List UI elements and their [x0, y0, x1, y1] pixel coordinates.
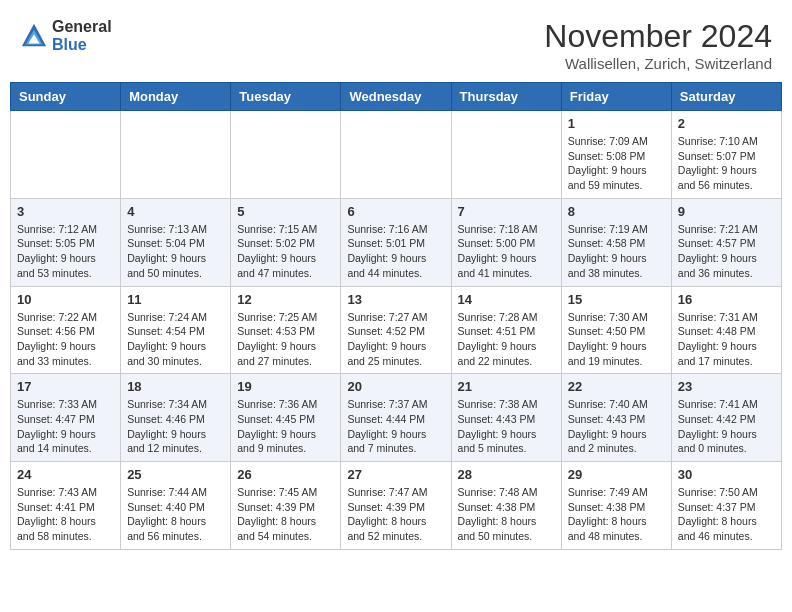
- calendar-table: SundayMondayTuesdayWednesdayThursdayFrid…: [10, 82, 782, 550]
- calendar-week-row: 3Sunrise: 7:12 AM Sunset: 5:05 PM Daylig…: [11, 198, 782, 286]
- day-number: 17: [17, 379, 114, 394]
- calendar-cell: 28Sunrise: 7:48 AM Sunset: 4:38 PM Dayli…: [451, 462, 561, 550]
- day-info: Sunrise: 7:34 AM Sunset: 4:46 PM Dayligh…: [127, 397, 224, 456]
- day-number: 3: [17, 204, 114, 219]
- calendar-cell: 7Sunrise: 7:18 AM Sunset: 5:00 PM Daylig…: [451, 198, 561, 286]
- day-info: Sunrise: 7:45 AM Sunset: 4:39 PM Dayligh…: [237, 485, 334, 544]
- day-number: 12: [237, 292, 334, 307]
- day-info: Sunrise: 7:27 AM Sunset: 4:52 PM Dayligh…: [347, 310, 444, 369]
- day-number: 20: [347, 379, 444, 394]
- day-info: Sunrise: 7:48 AM Sunset: 4:38 PM Dayligh…: [458, 485, 555, 544]
- logo-general-text: General: [52, 18, 112, 36]
- day-number: 11: [127, 292, 224, 307]
- day-info: Sunrise: 7:18 AM Sunset: 5:00 PM Dayligh…: [458, 222, 555, 281]
- calendar-cell: 2Sunrise: 7:10 AM Sunset: 5:07 PM Daylig…: [671, 111, 781, 199]
- day-number: 22: [568, 379, 665, 394]
- calendar-cell: 9Sunrise: 7:21 AM Sunset: 4:57 PM Daylig…: [671, 198, 781, 286]
- calendar-cell: 12Sunrise: 7:25 AM Sunset: 4:53 PM Dayli…: [231, 286, 341, 374]
- day-info: Sunrise: 7:28 AM Sunset: 4:51 PM Dayligh…: [458, 310, 555, 369]
- day-number: 5: [237, 204, 334, 219]
- logo-blue-text: Blue: [52, 36, 112, 54]
- calendar-cell: 23Sunrise: 7:41 AM Sunset: 4:42 PM Dayli…: [671, 374, 781, 462]
- day-number: 6: [347, 204, 444, 219]
- day-info: Sunrise: 7:22 AM Sunset: 4:56 PM Dayligh…: [17, 310, 114, 369]
- calendar-cell: 3Sunrise: 7:12 AM Sunset: 5:05 PM Daylig…: [11, 198, 121, 286]
- day-info: Sunrise: 7:47 AM Sunset: 4:39 PM Dayligh…: [347, 485, 444, 544]
- weekday-header-monday: Monday: [121, 83, 231, 111]
- calendar-cell: 16Sunrise: 7:31 AM Sunset: 4:48 PM Dayli…: [671, 286, 781, 374]
- day-number: 4: [127, 204, 224, 219]
- weekday-header-tuesday: Tuesday: [231, 83, 341, 111]
- logo-text: General Blue: [52, 18, 112, 53]
- day-number: 9: [678, 204, 775, 219]
- calendar-cell: 27Sunrise: 7:47 AM Sunset: 4:39 PM Dayli…: [341, 462, 451, 550]
- day-number: 25: [127, 467, 224, 482]
- day-number: 29: [568, 467, 665, 482]
- day-info: Sunrise: 7:16 AM Sunset: 5:01 PM Dayligh…: [347, 222, 444, 281]
- day-number: 8: [568, 204, 665, 219]
- calendar-cell: 15Sunrise: 7:30 AM Sunset: 4:50 PM Dayli…: [561, 286, 671, 374]
- calendar-cell: [341, 111, 451, 199]
- day-info: Sunrise: 7:25 AM Sunset: 4:53 PM Dayligh…: [237, 310, 334, 369]
- day-number: 28: [458, 467, 555, 482]
- day-number: 15: [568, 292, 665, 307]
- day-info: Sunrise: 7:24 AM Sunset: 4:54 PM Dayligh…: [127, 310, 224, 369]
- calendar-cell: 22Sunrise: 7:40 AM Sunset: 4:43 PM Dayli…: [561, 374, 671, 462]
- weekday-header-friday: Friday: [561, 83, 671, 111]
- calendar-cell: 30Sunrise: 7:50 AM Sunset: 4:37 PM Dayli…: [671, 462, 781, 550]
- calendar-cell: [231, 111, 341, 199]
- month-title: November 2024: [544, 18, 772, 55]
- weekday-header-sunday: Sunday: [11, 83, 121, 111]
- weekday-header-row: SundayMondayTuesdayWednesdayThursdayFrid…: [11, 83, 782, 111]
- calendar-cell: 26Sunrise: 7:45 AM Sunset: 4:39 PM Dayli…: [231, 462, 341, 550]
- day-number: 26: [237, 467, 334, 482]
- calendar-cell: [451, 111, 561, 199]
- calendar-cell: [121, 111, 231, 199]
- day-number: 14: [458, 292, 555, 307]
- day-info: Sunrise: 7:38 AM Sunset: 4:43 PM Dayligh…: [458, 397, 555, 456]
- day-number: 21: [458, 379, 555, 394]
- day-info: Sunrise: 7:30 AM Sunset: 4:50 PM Dayligh…: [568, 310, 665, 369]
- logo[interactable]: General Blue: [20, 18, 112, 53]
- page-header: General Blue November 2024 Wallisellen, …: [10, 10, 782, 78]
- calendar-cell: 25Sunrise: 7:44 AM Sunset: 4:40 PM Dayli…: [121, 462, 231, 550]
- day-info: Sunrise: 7:43 AM Sunset: 4:41 PM Dayligh…: [17, 485, 114, 544]
- day-number: 10: [17, 292, 114, 307]
- day-info: Sunrise: 7:40 AM Sunset: 4:43 PM Dayligh…: [568, 397, 665, 456]
- weekday-header-thursday: Thursday: [451, 83, 561, 111]
- calendar-cell: 1Sunrise: 7:09 AM Sunset: 5:08 PM Daylig…: [561, 111, 671, 199]
- day-number: 30: [678, 467, 775, 482]
- day-number: 1: [568, 116, 665, 131]
- calendar-cell: 8Sunrise: 7:19 AM Sunset: 4:58 PM Daylig…: [561, 198, 671, 286]
- location-subtitle: Wallisellen, Zurich, Switzerland: [544, 55, 772, 72]
- calendar-cell: 29Sunrise: 7:49 AM Sunset: 4:38 PM Dayli…: [561, 462, 671, 550]
- day-info: Sunrise: 7:12 AM Sunset: 5:05 PM Dayligh…: [17, 222, 114, 281]
- day-number: 23: [678, 379, 775, 394]
- day-info: Sunrise: 7:21 AM Sunset: 4:57 PM Dayligh…: [678, 222, 775, 281]
- calendar-cell: 11Sunrise: 7:24 AM Sunset: 4:54 PM Dayli…: [121, 286, 231, 374]
- day-info: Sunrise: 7:37 AM Sunset: 4:44 PM Dayligh…: [347, 397, 444, 456]
- day-info: Sunrise: 7:19 AM Sunset: 4:58 PM Dayligh…: [568, 222, 665, 281]
- calendar-cell: 5Sunrise: 7:15 AM Sunset: 5:02 PM Daylig…: [231, 198, 341, 286]
- calendar-cell: 19Sunrise: 7:36 AM Sunset: 4:45 PM Dayli…: [231, 374, 341, 462]
- calendar-cell: 24Sunrise: 7:43 AM Sunset: 4:41 PM Dayli…: [11, 462, 121, 550]
- day-number: 24: [17, 467, 114, 482]
- calendar-cell: 14Sunrise: 7:28 AM Sunset: 4:51 PM Dayli…: [451, 286, 561, 374]
- day-number: 16: [678, 292, 775, 307]
- day-info: Sunrise: 7:49 AM Sunset: 4:38 PM Dayligh…: [568, 485, 665, 544]
- calendar-cell: 6Sunrise: 7:16 AM Sunset: 5:01 PM Daylig…: [341, 198, 451, 286]
- day-info: Sunrise: 7:09 AM Sunset: 5:08 PM Dayligh…: [568, 134, 665, 193]
- calendar-week-row: 24Sunrise: 7:43 AM Sunset: 4:41 PM Dayli…: [11, 462, 782, 550]
- day-info: Sunrise: 7:31 AM Sunset: 4:48 PM Dayligh…: [678, 310, 775, 369]
- day-number: 19: [237, 379, 334, 394]
- day-info: Sunrise: 7:41 AM Sunset: 4:42 PM Dayligh…: [678, 397, 775, 456]
- day-info: Sunrise: 7:15 AM Sunset: 5:02 PM Dayligh…: [237, 222, 334, 281]
- calendar-cell: 18Sunrise: 7:34 AM Sunset: 4:46 PM Dayli…: [121, 374, 231, 462]
- day-info: Sunrise: 7:44 AM Sunset: 4:40 PM Dayligh…: [127, 485, 224, 544]
- weekday-header-wednesday: Wednesday: [341, 83, 451, 111]
- day-number: 2: [678, 116, 775, 131]
- day-info: Sunrise: 7:36 AM Sunset: 4:45 PM Dayligh…: [237, 397, 334, 456]
- day-info: Sunrise: 7:50 AM Sunset: 4:37 PM Dayligh…: [678, 485, 775, 544]
- day-number: 18: [127, 379, 224, 394]
- title-block: November 2024 Wallisellen, Zurich, Switz…: [544, 18, 772, 72]
